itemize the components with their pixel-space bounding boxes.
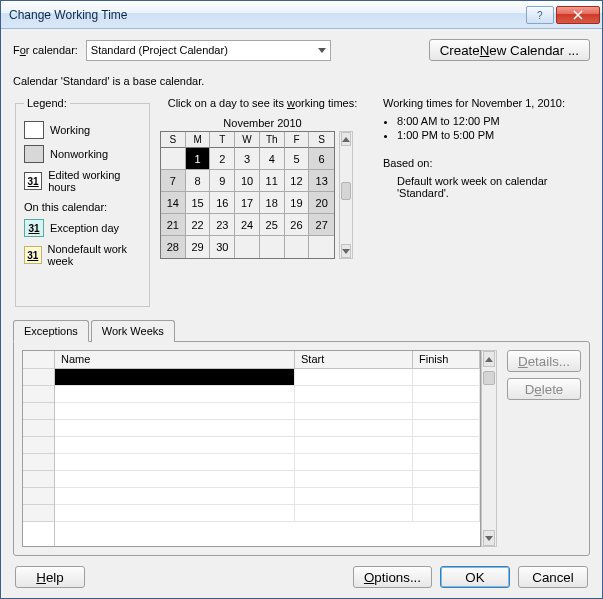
scroll-down-icon[interactable] <box>483 530 495 546</box>
table-row[interactable] <box>55 488 480 505</box>
table-cell[interactable] <box>295 420 413 436</box>
calendar-day[interactable]: 6 <box>309 148 334 170</box>
col-name[interactable]: Name <box>55 351 295 368</box>
calendar-day[interactable]: 11 <box>260 170 285 192</box>
table-row[interactable] <box>55 454 480 471</box>
titlebar: Change Working Time ? <box>1 1 602 29</box>
grid-scrollbar[interactable] <box>481 350 497 547</box>
delete-button[interactable]: Delete <box>507 378 581 400</box>
calendar-day[interactable]: 14 <box>161 192 186 214</box>
table-cell[interactable] <box>413 369 480 385</box>
calendar-day[interactable]: 15 <box>186 192 211 214</box>
calendar-day[interactable]: 29 <box>186 236 211 258</box>
calendar-day[interactable]: 3 <box>235 148 260 170</box>
calendar-day[interactable]: 18 <box>260 192 285 214</box>
table-cell[interactable] <box>295 403 413 419</box>
legend-group: Legend: Working Nonworking 31 Edited wor… <box>15 97 150 307</box>
table-cell[interactable] <box>55 454 295 470</box>
table-cell[interactable] <box>55 386 295 402</box>
calendar-day[interactable]: 28 <box>161 236 186 258</box>
table-cell[interactable] <box>55 420 295 436</box>
calendar-day[interactable]: 24 <box>235 214 260 236</box>
table-cell[interactable] <box>295 471 413 487</box>
table-cell[interactable] <box>55 437 295 453</box>
scroll-up-icon[interactable] <box>483 351 495 367</box>
table-row[interactable] <box>55 386 480 403</box>
table-row[interactable] <box>55 505 480 522</box>
calendar-day[interactable]: 21 <box>161 214 186 236</box>
month-label: November 2010 <box>223 117 301 129</box>
tab-work-weeks[interactable]: Work Weeks <box>91 320 175 342</box>
calendar-day[interactable]: 10 <box>235 170 260 192</box>
table-cell[interactable] <box>55 403 295 419</box>
table-cell[interactable] <box>413 505 480 521</box>
table-row[interactable] <box>55 403 480 420</box>
table-row[interactable] <box>55 369 480 386</box>
calendar-day[interactable]: 30 <box>210 236 235 258</box>
calendar-grid[interactable]: SMTWThFS12345678910111213141516171819202… <box>160 131 335 259</box>
calendar-day[interactable]: 22 <box>186 214 211 236</box>
table-cell[interactable] <box>413 386 480 402</box>
calendar-day[interactable]: 26 <box>285 214 310 236</box>
scroll-down-icon[interactable] <box>341 244 351 258</box>
calendar-dow: T <box>210 132 235 148</box>
table-cell[interactable] <box>55 505 295 521</box>
help-button-icon[interactable]: ? <box>526 6 554 24</box>
scroll-thumb[interactable] <box>483 371 495 385</box>
calendar-day[interactable]: 12 <box>285 170 310 192</box>
calendar-day[interactable]: 7 <box>161 170 186 192</box>
calendar-day[interactable]: 5 <box>285 148 310 170</box>
base-calendar-note: Calendar 'Standard' is a base calendar. <box>13 75 590 87</box>
table-cell[interactable] <box>413 488 480 504</box>
table-cell[interactable] <box>295 437 413 453</box>
calendar-day[interactable]: 9 <box>210 170 235 192</box>
bottom-buttons: Help Options... OK Cancel <box>13 556 590 590</box>
calendar-day[interactable]: 23 <box>210 214 235 236</box>
table-cell[interactable] <box>295 488 413 504</box>
cancel-button[interactable]: Cancel <box>518 566 588 588</box>
table-cell[interactable] <box>413 454 480 470</box>
tab-exceptions[interactable]: Exceptions <box>13 320 89 342</box>
exceptions-grid[interactable]: Name Start Finish <box>22 350 481 547</box>
close-button[interactable] <box>556 6 600 24</box>
calendar-day[interactable]: 1 <box>186 148 211 170</box>
table-cell[interactable] <box>295 454 413 470</box>
calendar-day[interactable]: 16 <box>210 192 235 214</box>
calendar-day[interactable]: 27 <box>309 214 334 236</box>
table-cell[interactable] <box>55 471 295 487</box>
help-button[interactable]: Help <box>15 566 85 588</box>
col-start[interactable]: Start <box>295 351 413 368</box>
calendar-day[interactable]: 17 <box>235 192 260 214</box>
table-cell[interactable] <box>413 403 480 419</box>
table-cell[interactable] <box>295 369 413 385</box>
calendar-day[interactable]: 4 <box>260 148 285 170</box>
calendar-scrollbar[interactable] <box>339 131 353 259</box>
calendar-day[interactable]: 13 <box>309 170 334 192</box>
col-finish[interactable]: Finish <box>413 351 480 368</box>
calendar-day[interactable]: 8 <box>186 170 211 192</box>
scroll-up-icon[interactable] <box>341 132 351 146</box>
table-cell[interactable] <box>413 437 480 453</box>
table-row[interactable] <box>55 420 480 437</box>
middle-section: Legend: Working Nonworking 31 Edited wor… <box>13 97 590 307</box>
table-cell[interactable] <box>413 471 480 487</box>
table-cell[interactable] <box>413 420 480 436</box>
table-cell[interactable] <box>295 386 413 402</box>
ok-button[interactable]: OK <box>440 566 510 588</box>
table-cell[interactable] <box>55 369 295 385</box>
calendar-day[interactable]: 2 <box>210 148 235 170</box>
table-row[interactable] <box>55 471 480 488</box>
table-row[interactable] <box>55 437 480 454</box>
scroll-thumb[interactable] <box>341 182 351 200</box>
calendar-dropdown[interactable]: Standard (Project Calendar) <box>86 40 331 61</box>
details-button[interactable]: Details... <box>507 350 581 372</box>
table-cell[interactable] <box>55 488 295 504</box>
options-button[interactable]: Options... <box>353 566 432 588</box>
table-cell[interactable] <box>295 505 413 521</box>
calendar-dow: M <box>186 132 211 148</box>
calendar-day[interactable]: 19 <box>285 192 310 214</box>
create-new-calendar-button[interactable]: Create New Calendar ... <box>429 39 590 61</box>
grid-body[interactable] <box>55 369 480 546</box>
calendar-day[interactable]: 20 <box>309 192 334 214</box>
calendar-day[interactable]: 25 <box>260 214 285 236</box>
